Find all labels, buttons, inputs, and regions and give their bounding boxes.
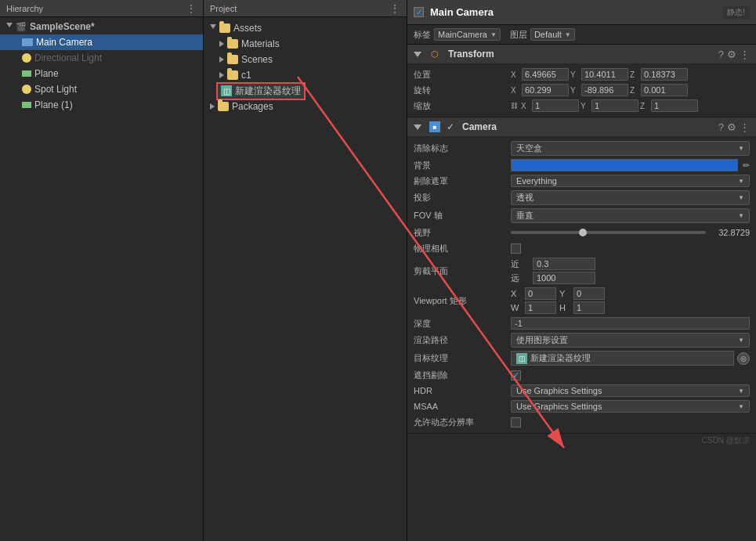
project-label-new-renderer-texture: 新建渲染器纹理 <box>235 85 301 98</box>
project-header: Project ⋮ <box>204 0 407 17</box>
clip-planes-group: 近 远 <box>511 258 750 284</box>
render-path-value: 使用图形设置 <box>516 334 568 346</box>
packages-collapse-icon <box>210 103 215 110</box>
inspector-active-checkbox[interactable]: ✓ <box>414 7 424 17</box>
project-item-scenes[interactable]: Scenes <box>204 52 407 67</box>
occlusion-culling-row: 遮挡剔除 ✓ <box>407 367 756 383</box>
hierarchy-item-plane[interactable]: Plane <box>0 66 203 81</box>
target-texture-label: 目标纹理 <box>414 352 508 364</box>
background-color-preview[interactable] <box>511 159 738 171</box>
project-item-c1[interactable]: c1 <box>204 67 407 83</box>
layer-label: 图层 <box>510 29 527 41</box>
hierarchy-title: Hierarchy <box>6 4 43 13</box>
scene-icon: 🎬 <box>16 22 27 32</box>
project-item-packages[interactable]: Packages <box>204 99 407 114</box>
hdr-label: HDR <box>414 386 508 395</box>
settings-icon[interactable]: ⚙ <box>727 49 736 60</box>
sc-z-input[interactable] <box>651 99 698 112</box>
layer-dropdown[interactable]: Default <box>530 28 575 41</box>
rot-y-input[interactable] <box>581 84 628 96</box>
packages-folder-icon <box>218 102 229 111</box>
clip-near-label: 近 <box>511 258 530 270</box>
plane-1-icon <box>22 102 31 108</box>
fov-slider-track[interactable] <box>511 231 706 234</box>
pos-z-input[interactable] <box>641 68 688 81</box>
hdr-dropdown[interactable]: Use Graphics Settings <box>511 384 750 397</box>
project-label-assets: Assets <box>233 23 262 34</box>
hierarchy-item-plane-1[interactable]: Plane (1) <box>0 97 203 113</box>
physical-camera-checkbox[interactable] <box>511 243 521 254</box>
viewport-w-input[interactable] <box>525 301 556 314</box>
help-icon[interactable]: ? <box>718 49 724 60</box>
scale-label: 缩放 <box>414 100 508 112</box>
viewport-y-input[interactable] <box>573 287 605 300</box>
transform-title: Transform <box>448 49 714 60</box>
msaa-row: MSAA Use Graphics Settings <box>407 399 756 414</box>
msaa-dropdown[interactable]: Use Graphics Settings <box>511 400 750 413</box>
vp-y-label: Y <box>559 289 570 298</box>
rotation-label: 旋转 <box>414 85 508 96</box>
rot-x-label: X <box>511 86 520 95</box>
c1-collapse-icon <box>219 72 224 78</box>
pos-y-input[interactable] <box>581 68 628 81</box>
fov-row: 视野 32.8729 <box>407 225 756 240</box>
viewport-x-input[interactable] <box>525 287 556 300</box>
render-path-dropdown[interactable]: 使用图形设置 <box>511 333 750 348</box>
allow-dynamic-resolution-row: 允许动态分辨率 <box>407 414 756 430</box>
project-title: Project <box>210 4 237 13</box>
transform-icon: ⬡ <box>429 49 440 60</box>
hierarchy-item-spot-light[interactable]: Spot Light <box>0 81 203 97</box>
target-texture-icon: ◫ <box>516 353 527 364</box>
hierarchy-menu[interactable]: ⋮ <box>186 2 197 15</box>
projection-value: 透视 <box>516 192 534 204</box>
pos-x-input[interactable] <box>522 68 569 81</box>
rot-x-input[interactable] <box>522 84 569 96</box>
target-texture-row: 目标纹理 ◫ 新建渲染器纹理 ◎ <box>407 349 756 367</box>
viewport-h-input[interactable] <box>573 301 605 314</box>
hierarchy-header: Hierarchy ⋮ <box>0 0 203 17</box>
project-menu[interactable]: ⋮ <box>389 2 400 15</box>
sc-x-input[interactable] <box>532 99 579 112</box>
c1-folder-icon <box>227 70 238 80</box>
clear-flags-dropdown[interactable]: 天空盒 <box>511 141 750 156</box>
clip-near-input[interactable] <box>533 258 595 270</box>
target-texture-pick-btn[interactable]: ◎ <box>737 352 750 365</box>
inspector-panel: ✓ Main Camera 静态! 标签 MainCamera 图层 Defau… <box>407 0 756 541</box>
clip-far-label: 远 <box>511 272 530 284</box>
scene-root[interactable]: 🎬 SampleScene* <box>0 19 203 34</box>
hierarchy-item-directional-light[interactable]: Directional Light <box>0 50 203 66</box>
project-item-new-renderer-texture[interactable]: ◫ 新建渲染器纹理 <box>204 83 407 99</box>
clip-far-input[interactable] <box>533 272 595 284</box>
depth-input[interactable] <box>511 317 750 330</box>
camera-settings-icon[interactable]: ⚙ <box>727 121 736 133</box>
scale-link-icon: ⛓ <box>511 102 518 110</box>
allow-dynamic-resolution-checkbox[interactable] <box>511 417 521 427</box>
msaa-label: MSAA <box>414 402 508 411</box>
project-item-assets[interactable]: Assets <box>204 20 407 36</box>
hierarchy-item-main-camera[interactable]: Main Camera <box>0 34 203 50</box>
culling-mask-dropdown[interactable]: Everything <box>511 175 750 187</box>
hierarchy-label-main-camera: Main Camera <box>36 37 92 48</box>
depth-row: 深度 <box>407 316 756 331</box>
clear-flags-value: 天空盒 <box>516 142 542 154</box>
occlusion-culling-checkbox[interactable]: ✓ <box>511 370 521 381</box>
occlusion-culling-label: 遮挡剔除 <box>414 370 508 381</box>
camera-menu-icon[interactable]: ⋮ <box>740 121 750 133</box>
sc-y-input[interactable] <box>591 99 638 112</box>
occlusion-checkmark: ✓ <box>512 370 519 381</box>
tag-dropdown[interactable]: MainCamera <box>434 28 501 41</box>
color-picker-icon[interactable]: ✏ <box>743 160 750 171</box>
fov-axis-dropdown[interactable]: 垂直 <box>511 208 750 223</box>
project-item-materials[interactable]: Materials <box>204 36 407 52</box>
transform-header[interactable]: ⬡ Transform ? ⚙ ⋮ <box>407 45 756 63</box>
transform-menu-icon[interactable]: ⋮ <box>740 49 750 60</box>
camera-header[interactable]: ■ ✓ Camera ? ⚙ ⋮ <box>407 117 756 136</box>
target-texture-value: 新建渲染器纹理 <box>530 352 591 364</box>
rot-z-input[interactable] <box>641 84 688 96</box>
project-tree: Assets Materials Scenes c1 ◫ 新建渲染器纹理 <box>204 17 407 541</box>
projection-dropdown[interactable]: 透视 <box>511 190 750 205</box>
camera-enabled-checkbox[interactable]: ✓ <box>447 121 454 132</box>
hierarchy-label-plane: Plane <box>34 68 59 79</box>
sc-z-label: Z <box>640 102 649 110</box>
camera-help-icon[interactable]: ? <box>718 121 724 133</box>
